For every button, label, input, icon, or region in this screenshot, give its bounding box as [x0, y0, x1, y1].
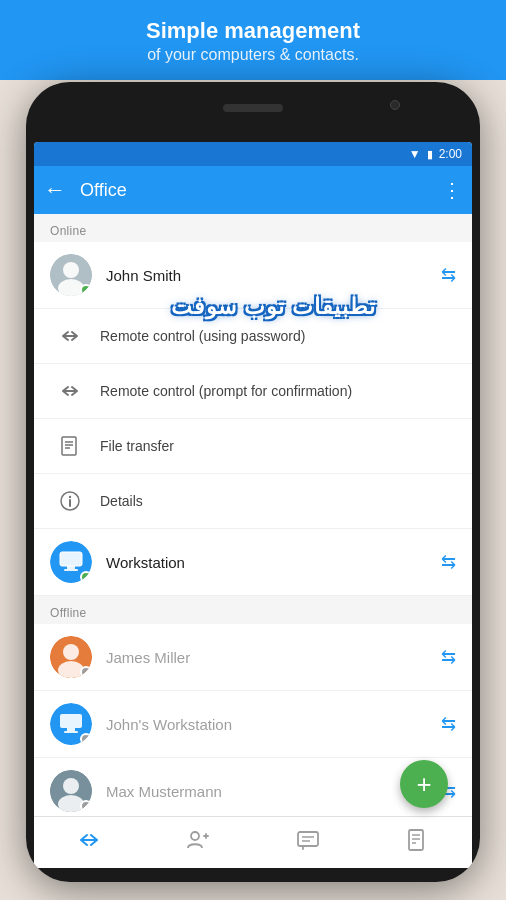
banner-title: Simple management	[20, 18, 486, 44]
details-icon	[54, 485, 86, 517]
offline-dot-james	[80, 666, 92, 678]
submenu-remote-password[interactable]: Remote control (using password)	[34, 309, 472, 364]
svg-rect-13	[64, 569, 78, 571]
phone-shell: ▼ ▮ 2:00 ← Office ⋮ تطبيقات توب سوفت Onl…	[26, 82, 480, 882]
phone-speaker	[223, 104, 283, 112]
connect-icon-john-smith[interactable]: ⇆	[441, 264, 456, 286]
fab-add-button[interactable]: +	[400, 760, 448, 808]
svg-rect-27	[409, 830, 423, 850]
nav-files-icon	[405, 828, 429, 858]
svg-rect-24	[298, 832, 318, 846]
remote-confirm-label: Remote control (prompt for confirmation)	[100, 383, 352, 399]
submenu-remote-confirm[interactable]: Remote control (prompt for confirmation)	[34, 364, 472, 419]
submenu-file-transfer[interactable]: File transfer	[34, 419, 472, 474]
contact-name-john-smith: John Smith	[106, 267, 441, 284]
nav-chat-icon	[296, 828, 320, 858]
contact-name-max-mustermann: Max Mustermann	[106, 783, 441, 800]
status-time: 2:00	[439, 147, 462, 161]
avatar-max-mustermann	[50, 770, 92, 812]
back-button[interactable]: ←	[44, 177, 66, 203]
remote-password-label: Remote control (using password)	[100, 328, 305, 344]
svg-point-15	[63, 644, 79, 660]
bottom-navigation	[34, 816, 472, 868]
contact-row-workstation[interactable]: Workstation ⇆	[34, 529, 472, 596]
phone-screen: ▼ ▮ 2:00 ← Office ⋮ تطبيقات توب سوفت Onl…	[34, 142, 472, 868]
connect-icon-james[interactable]: ⇆	[441, 646, 456, 668]
svg-point-21	[63, 778, 79, 794]
svg-rect-3	[62, 437, 76, 455]
details-label: Details	[100, 493, 143, 509]
status-bar: ▼ ▮ 2:00	[34, 142, 472, 166]
submenu-details[interactable]: Details	[34, 474, 472, 529]
online-dot-workstation	[80, 571, 92, 583]
avatar-johns-workstation	[50, 703, 92, 745]
connect-icon-workstation[interactable]: ⇆	[441, 551, 456, 573]
avatar-workstation	[50, 541, 92, 583]
offline-dot-max	[80, 800, 92, 812]
top-banner: Simple management of your computers & co…	[0, 0, 506, 80]
more-menu-button[interactable]: ⋮	[442, 178, 462, 202]
contact-list: Online John Smith ⇆	[34, 214, 472, 816]
phone-camera	[390, 100, 400, 110]
svg-rect-12	[67, 566, 75, 569]
remote-password-icon	[54, 320, 86, 352]
online-section-header: Online	[34, 214, 472, 242]
app-toolbar: ← Office ⋮	[34, 166, 472, 214]
svg-rect-19	[64, 731, 78, 733]
nav-item-files[interactable]	[363, 817, 473, 868]
wifi-icon: ▼	[409, 147, 421, 161]
contact-row-james-miller[interactable]: James Miller ⇆	[34, 624, 472, 691]
online-status-dot	[80, 284, 92, 296]
svg-rect-18	[67, 728, 75, 731]
nav-contacts-icon	[186, 828, 210, 858]
nav-remote-icon	[77, 828, 101, 858]
svg-rect-17	[60, 714, 82, 728]
connect-icon-johns-workstation[interactable]: ⇆	[441, 713, 456, 735]
remote-confirm-icon	[54, 375, 86, 407]
contact-name-johns-workstation: John's Workstation	[106, 716, 441, 733]
contact-row-johns-workstation[interactable]: John's Workstation ⇆	[34, 691, 472, 758]
contact-name-workstation: Workstation	[106, 554, 441, 571]
contact-name-james-miller: James Miller	[106, 649, 441, 666]
offline-dot-johns-workstation	[80, 733, 92, 745]
nav-item-remote[interactable]	[34, 817, 144, 868]
file-transfer-icon	[54, 430, 86, 462]
svg-point-23	[191, 832, 199, 840]
contact-row-john-smith[interactable]: John Smith ⇆	[34, 242, 472, 309]
nav-item-contacts[interactable]	[144, 817, 254, 868]
svg-rect-10	[60, 552, 82, 566]
avatar-john-smith	[50, 254, 92, 296]
nav-item-chat[interactable]	[253, 817, 363, 868]
svg-point-1	[63, 262, 79, 278]
toolbar-title: Office	[80, 180, 442, 201]
offline-section-header: Offline	[34, 596, 472, 624]
file-transfer-label: File transfer	[100, 438, 174, 454]
banner-subtitle: of your computers & contacts.	[20, 46, 486, 64]
avatar-james-miller	[50, 636, 92, 678]
battery-icon: ▮	[427, 148, 433, 161]
svg-point-9	[69, 496, 71, 498]
